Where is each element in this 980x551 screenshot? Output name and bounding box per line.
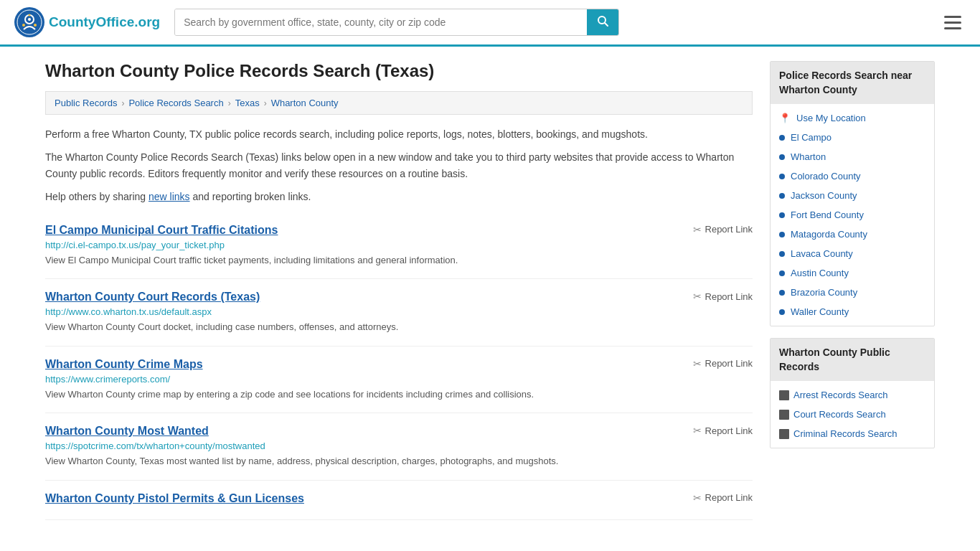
nearby-section: Police Records Search near Wharton Count… [770,61,935,326]
intro-paragraph-2: The Wharton County Police Records Search… [45,149,753,182]
report-link-button[interactable]: ✂ Report Link [693,358,753,369]
content-area: Wharton County Police Records Search (Te… [45,61,753,520]
result-desc: View Wharton County crime map by enterin… [45,387,753,402]
result-header: Wharton County Crime Maps ✂ Report Link [45,358,753,371]
report-link-label: Report Link [705,425,753,436]
nearby-item[interactable]: Matagorda County [771,225,934,244]
report-icon: ✂ [693,224,702,235]
public-records-item-label: Court Records Search [793,409,886,420]
nearby-item-label: El Campo [791,132,831,143]
svg-point-3 [22,24,25,27]
public-records-header: Wharton County Public Records [771,339,934,381]
page-title: Wharton County Police Records Search (Te… [45,61,753,81]
public-records-icon [779,390,789,400]
menu-button[interactable] [940,11,966,34]
intro-3-before: Help others by sharing [45,191,149,202]
use-my-location-item[interactable]: 📍 Use My Location [771,108,934,128]
public-records-item-label: Arrest Records Search [793,390,888,400]
nearby-item[interactable]: Waller County [771,302,934,321]
breadcrumb-sep-1: › [121,98,124,108]
logo-text: CountyOffice.org [49,14,160,30]
svg-point-0 [17,10,42,34]
result-header: Wharton County Court Records (Texas) ✂ R… [45,291,753,303]
report-link-label: Report Link [705,224,753,235]
menu-line-2 [944,22,961,24]
result-item: Wharton County Pistol Permits & Gun Lice… [45,481,753,520]
report-icon: ✂ [693,492,702,504]
nearby-item[interactable]: Lavaca County [771,244,934,263]
report-link-button[interactable]: ✂ Report Link [693,291,753,302]
result-desc: View Wharton County Court docket, includ… [45,320,753,334]
result-url[interactable]: http://ci.el-campo.tx.us/pay_your_ticket… [45,240,753,250]
intro-3-after: and reporting broken links. [190,191,311,202]
logo-link[interactable]: CountyOffice.org [14,7,160,37]
breadcrumb-public-records[interactable]: Public Records [55,98,117,108]
svg-point-5 [29,14,31,17]
nearby-item-label: Austin County [791,268,849,278]
search-bar [174,9,619,36]
nearby-dot-icon [779,290,785,296]
result-item: Wharton County Most Wanted ✂ Report Link… [45,413,753,481]
result-header: El Campo Municipal Court Traffic Citatio… [45,224,753,237]
nearby-dot-icon [779,193,785,199]
public-records-item[interactable]: Arrest Records Search [771,385,934,405]
report-link-button[interactable]: ✂ Report Link [693,492,753,504]
nearby-dot-icon [779,270,785,276]
menu-line-3 [944,27,961,29]
report-link-button[interactable]: ✂ Report Link [693,425,753,436]
nearby-item-label: Lavaca County [791,248,853,259]
nearby-item[interactable]: Austin County [771,263,934,283]
use-my-location-label: Use My Location [796,113,866,123]
nearby-dot-icon [779,174,785,179]
public-records-item-label: Criminal Records Search [793,428,897,439]
breadcrumb-wharton-county[interactable]: Wharton County [271,98,339,108]
search-button[interactable] [587,9,618,35]
result-title[interactable]: Wharton County Crime Maps [45,358,203,371]
breadcrumb-texas[interactable]: Texas [235,98,260,108]
report-link-button[interactable]: ✂ Report Link [693,224,753,235]
nearby-item[interactable]: Fort Bend County [771,205,934,225]
logo-icon [14,7,44,37]
public-records-body: Arrest Records Search Court Records Sear… [771,381,934,448]
public-records-item[interactable]: Criminal Records Search [771,424,934,443]
breadcrumb: Public Records › Police Records Search ›… [45,91,753,115]
nearby-section-header: Police Records Search near Wharton Count… [771,62,934,104]
nearby-item-label: Fort Bend County [791,209,864,220]
results-list: El Campo Municipal Court Traffic Citatio… [45,212,753,520]
nearby-item[interactable]: El Campo [771,128,934,147]
nearby-item[interactable]: Wharton [771,147,934,166]
result-title[interactable]: Wharton County Most Wanted [45,425,209,438]
result-url[interactable]: https://www.crimereports.com/ [45,374,753,385]
sidebar: Police Records Search near Wharton Count… [770,61,935,520]
main-container: Wharton County Police Records Search (Te… [31,47,949,534]
nearby-item-label: Wharton [791,151,826,162]
result-item: El Campo Municipal Court Traffic Citatio… [45,212,753,280]
nearby-item[interactable]: Colorado County [771,166,934,186]
public-records-icon [779,410,789,420]
menu-line-1 [944,16,961,18]
nearby-dot-icon [779,135,785,141]
nearby-item-label: Colorado County [791,171,861,182]
intro-paragraph-3: Help others by sharing new links and rep… [45,189,753,204]
nearby-dot-icon [779,154,785,160]
nearby-item-label: Matagorda County [791,229,867,240]
report-link-label: Report Link [705,492,753,503]
result-url[interactable]: http://www.co.wharton.tx.us/default.aspx [45,306,753,317]
public-records-item[interactable]: Court Records Search [771,405,934,424]
breadcrumb-police-records-search[interactable]: Police Records Search [128,98,223,108]
result-url[interactable]: https://spotcrime.com/tx/wharton+county/… [45,441,753,451]
result-header: Wharton County Pistol Permits & Gun Lice… [45,492,753,505]
location-pin-icon: 📍 [779,113,791,123]
nearby-dot-icon [779,251,785,257]
nearby-item-label: Jackson County [791,190,857,201]
result-title[interactable]: Wharton County Court Records (Texas) [45,291,260,303]
search-input[interactable] [175,9,587,35]
new-links-link[interactable]: new links [149,191,190,202]
public-records-section: Wharton County Public Records Arrest Rec… [770,338,935,448]
nearby-item[interactable]: Jackson County [771,186,934,205]
report-icon: ✂ [693,358,702,369]
result-title[interactable]: Wharton County Pistol Permits & Gun Lice… [45,492,304,505]
nearby-item[interactable]: Brazoria County [771,283,934,302]
breadcrumb-sep-2: › [228,98,231,108]
result-title[interactable]: El Campo Municipal Court Traffic Citatio… [45,224,278,237]
